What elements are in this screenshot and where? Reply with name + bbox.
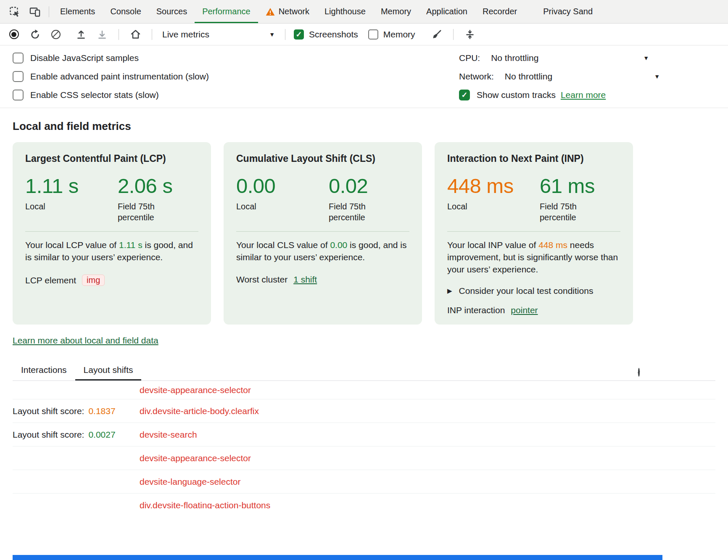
- cls-worst-cluster-link[interactable]: 1 shift: [293, 275, 317, 285]
- capture-settings: Disable JavaScript samples Enable advanc…: [0, 45, 728, 108]
- inp-interaction-row: INP interaction pointer: [447, 305, 620, 315]
- tab-performance[interactable]: Performance: [195, 0, 258, 23]
- horizontal-scrollbar[interactable]: [13, 555, 662, 560]
- lcp-description: Your local LCP value of 1.11 s is good, …: [25, 239, 198, 264]
- inspect-element-icon[interactable]: [6, 3, 24, 21]
- tab-network[interactable]: Network: [258, 0, 317, 23]
- chevron-down-icon: ▼: [643, 55, 649, 61]
- css-selector-stats-label: Enable CSS selector stats (slow): [30, 90, 159, 100]
- live-metrics-dropdown[interactable]: Live metrics ▼: [161, 29, 277, 40]
- score-label: Layout shift score:: [13, 406, 84, 416]
- cls-worst-cluster-row: Worst cluster 1 shift: [236, 275, 409, 285]
- home-icon[interactable]: [127, 26, 143, 42]
- cls-field-column: 0.02 Field 75th percentile: [329, 175, 388, 223]
- lcp-card-title: Largest Contentful Paint (LCP): [25, 153, 198, 164]
- cls-card-title: Cumulative Layout Shift (CLS): [236, 153, 409, 164]
- tab-privacy-sandbox[interactable]: Privacy Sand: [535, 0, 600, 23]
- device-toolbar-icon[interactable]: [26, 3, 44, 21]
- tab-application[interactable]: Application: [419, 0, 475, 23]
- show-custom-tracks-checkbox[interactable]: ✓: [459, 90, 470, 100]
- cpu-throttling-select[interactable]: CPU: No throttling ▼: [459, 49, 649, 67]
- lcp-element-node-link[interactable]: img: [82, 275, 105, 286]
- layout-shift-row[interactable]: devsite-language-selector: [13, 470, 715, 494]
- toolbar-separator: [453, 29, 454, 40]
- cpu-label: CPU:: [459, 53, 480, 63]
- cls-local-value: 0.00: [236, 175, 329, 197]
- cpu-value: No throttling: [491, 53, 538, 63]
- memory-label: Memory: [383, 29, 415, 40]
- disable-js-samples-checkbox[interactable]: [13, 53, 24, 63]
- tab-console[interactable]: Console: [103, 0, 148, 23]
- tab-layout-shifts-label: Layout shifts: [84, 365, 133, 375]
- reload-and-record-button[interactable]: [27, 26, 43, 42]
- css-selector-stats-checkbox[interactable]: [13, 90, 24, 100]
- network-throttling-select[interactable]: Network: No throttling ▼: [459, 67, 649, 86]
- element-node-link[interactable]: devsite-appearance-selector: [140, 385, 251, 395]
- inp-local-conditions-label: Consider your local test conditions: [459, 286, 593, 296]
- inp-local-conditions-expander[interactable]: ▶ Consider your local test conditions: [447, 286, 620, 296]
- tab-elements[interactable]: Elements: [53, 0, 103, 23]
- advanced-paint-row: Enable advanced paint instrumentation (s…: [13, 67, 459, 86]
- collapse-tracks-icon[interactable]: [462, 26, 478, 42]
- show-custom-tracks-label: Show custom tracks: [477, 90, 556, 100]
- toolbar-separator: [152, 29, 152, 40]
- inp-description: Your local INP value of 448 ms needs imp…: [447, 239, 620, 276]
- lcp-field-column: 2.06 s Field 75th percentile: [118, 175, 177, 223]
- tab-lighthouse[interactable]: Lighthouse: [317, 0, 373, 23]
- throttling-settings: CPU: No throttling ▼ Network: No throttl…: [459, 49, 649, 104]
- score-value: 0.0027: [88, 430, 115, 440]
- layout-shift-row[interactable]: Layout shift score: 0.0027 devsite-searc…: [13, 423, 715, 446]
- inp-values: 448 ms Local 61 ms Field 75th percentile: [447, 175, 620, 223]
- gc-brush-icon[interactable]: [429, 26, 445, 42]
- learn-more-local-field-link[interactable]: Learn more about local and field data: [13, 335, 158, 346]
- toolbar-separator: [285, 29, 285, 40]
- clear-log-icon[interactable]: [638, 369, 640, 376]
- capture-settings-checkboxes: Disable JavaScript samples Enable advanc…: [13, 49, 459, 104]
- learn-more-link[interactable]: Learn more: [561, 90, 606, 100]
- layout-shift-row[interactable]: devsite-appearance-selector: [13, 381, 715, 399]
- load-profile-icon[interactable]: [73, 26, 89, 42]
- tab-interactions[interactable]: Interactions: [13, 365, 75, 380]
- network-label: Network:: [459, 71, 494, 82]
- score-cell: Layout shift score: 0.1837: [13, 406, 140, 416]
- advanced-paint-checkbox[interactable]: [13, 71, 24, 82]
- layout-shift-row[interactable]: devsite-appearance-selector: [13, 446, 715, 470]
- save-profile-icon[interactable]: [94, 26, 110, 42]
- metric-cards: Largest Contentful Paint (LCP) 1.11 s Lo…: [13, 142, 715, 325]
- tab-memory-label: Memory: [381, 7, 411, 16]
- layout-shifts-list: devsite-appearance-selector Layout shift…: [13, 381, 715, 509]
- tab-layout-shifts[interactable]: Layout shifts: [75, 365, 142, 380]
- element-node-link[interactable]: devsite-search: [140, 430, 197, 440]
- score-value: 0.1837: [88, 406, 115, 416]
- element-node-link[interactable]: devsite-appearance-selector: [140, 453, 251, 463]
- tab-sources[interactable]: Sources: [149, 0, 195, 23]
- inp-interaction-link[interactable]: pointer: [511, 305, 538, 315]
- record-button[interactable]: [6, 26, 22, 42]
- tab-recorder[interactable]: Recorder: [475, 0, 525, 23]
- cls-description: Your local CLS value of 0.00 is good, an…: [236, 239, 409, 264]
- cls-field-value: 0.02: [329, 175, 388, 197]
- clear-button[interactable]: [48, 26, 64, 42]
- element-node-link[interactable]: devsite-language-selector: [140, 477, 240, 487]
- tab-memory[interactable]: Memory: [373, 0, 419, 23]
- tab-performance-label: Performance: [202, 7, 251, 16]
- tab-privacy-sandbox-label: Privacy Sand: [543, 7, 593, 16]
- network-value: No throttling: [505, 71, 552, 82]
- memory-checkbox[interactable]: [368, 29, 378, 40]
- screenshots-label: Screenshots: [309, 29, 358, 40]
- element-node-link[interactable]: div.devsite-floating-action-buttons: [140, 500, 270, 509]
- lcp-local-column: 1.11 s Local: [25, 175, 118, 223]
- layout-shift-row[interactable]: Layout shift score: 0.1837 div.devsite-a…: [13, 399, 715, 423]
- inp-card: Interaction to Next Paint (INP) 448 ms L…: [435, 142, 633, 325]
- element-node-link[interactable]: div.devsite-article-body.clearfix: [140, 406, 259, 416]
- devtools-performance-panel: Elements Console Sources Performance Net…: [0, 0, 728, 560]
- layout-shift-row[interactable]: div.devsite-floating-action-buttons: [13, 494, 715, 509]
- score-label: Layout shift score:: [13, 430, 84, 440]
- tabbar-separator: [49, 6, 49, 17]
- lcp-element-label: LCP element: [25, 275, 76, 285]
- inp-desc-value: 448 ms: [538, 240, 567, 250]
- screenshots-checkbox[interactable]: ✓: [294, 29, 304, 40]
- tab-interactions-label: Interactions: [21, 365, 67, 375]
- toolbar-separator: [119, 29, 119, 40]
- cls-field-label: Field 75th percentile: [329, 201, 388, 223]
